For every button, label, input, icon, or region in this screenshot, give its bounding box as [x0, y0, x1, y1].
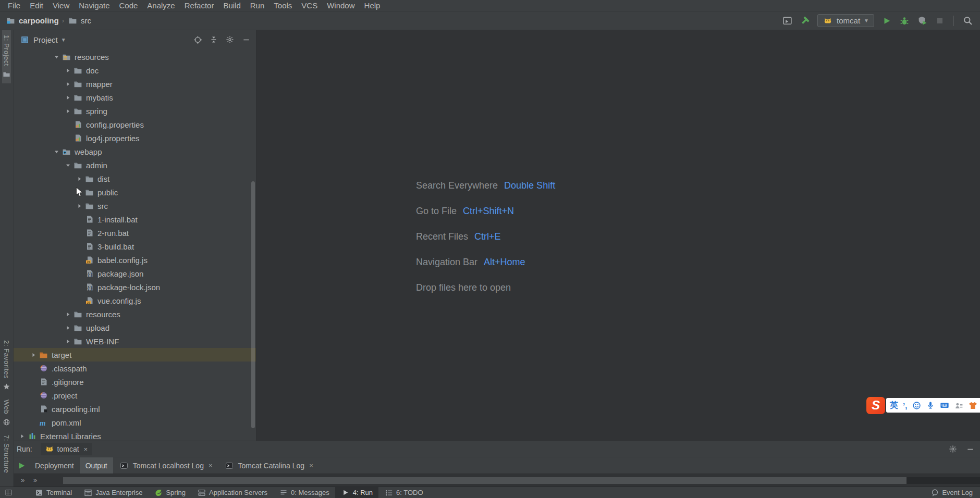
statusbar-button-application-servers[interactable]: Application Servers: [191, 487, 273, 498]
tree-row-admin[interactable]: admin: [14, 158, 256, 172]
menu-item-run[interactable]: Run: [246, 1, 270, 10]
collapse-all-icon[interactable]: [209, 35, 218, 44]
menu-item-help[interactable]: Help: [360, 1, 385, 10]
stripe-button-web[interactable]: Web: [2, 400, 11, 427]
chevron-right-icon[interactable]: [63, 95, 73, 101]
emoji-icon[interactable]: [912, 401, 921, 410]
tree-row-webapp[interactable]: webapp: [14, 145, 256, 158]
tree-row-mybatis[interactable]: mybatis: [14, 91, 256, 104]
breadcrumb-item-carpooling[interactable]: carpooling: [5, 16, 59, 26]
close-icon[interactable]: ×: [209, 462, 213, 469]
menu-item-analyze[interactable]: Analyze: [142, 1, 179, 10]
tree-row-mapper[interactable]: mapper: [14, 77, 256, 91]
run-configuration-combo[interactable]: tomcat▼: [817, 14, 874, 27]
tree-row-external-libraries[interactable]: External Libraries: [14, 429, 256, 441]
stripe-button-7-structure[interactable]: 7: Structure: [2, 435, 11, 473]
horizontal-scrollbar-thumb[interactable]: [63, 477, 906, 484]
run-tab-tomcat-catalina-log[interactable]: Tomcat Catalina Log×: [218, 457, 319, 474]
hide-icon[interactable]: [965, 444, 975, 454]
run-tab-deployment[interactable]: Deployment: [29, 457, 80, 474]
tree-row-upload[interactable]: upload: [14, 321, 256, 334]
chevron-right-icon[interactable]: [28, 352, 39, 358]
statusbar-button-spring[interactable]: Spring: [148, 487, 191, 498]
tree-row-log4j-properties[interactable]: log4j.properties: [14, 131, 256, 145]
chevron-right-icon[interactable]: [17, 433, 27, 439]
tree-row-2-run-bat[interactable]: 2-run.bat: [14, 226, 256, 240]
menu-item-navigate[interactable]: Navigate: [74, 1, 114, 10]
tree-row-resources[interactable]: resources: [14, 307, 256, 321]
locate-icon[interactable]: [193, 35, 202, 44]
menu-item-window[interactable]: Window: [322, 1, 359, 10]
run-icon[interactable]: [881, 16, 892, 26]
stripe-button-2-favorites[interactable]: 2: Favorites: [2, 340, 11, 391]
chevron-down-icon[interactable]: [63, 163, 73, 168]
tree-scrollbar[interactable]: [251, 181, 255, 428]
chevron-right-icon[interactable]: [63, 325, 73, 331]
tree-row--project[interactable]: .project: [14, 389, 256, 402]
settings-icon[interactable]: [948, 444, 958, 454]
tree-row--classpath[interactable]: .classpath: [14, 362, 256, 375]
chevron-right-icon[interactable]: [63, 312, 73, 317]
stripe-button-1-project[interactable]: 1: Project: [2, 30, 11, 83]
tree-row-vue-config-js[interactable]: JSvue.config.js: [14, 294, 256, 307]
menu-item-code[interactable]: Code: [114, 1, 142, 10]
chevron-down-icon[interactable]: [51, 54, 62, 60]
tree-row-public[interactable]: public: [14, 185, 256, 199]
chevron-right-icon[interactable]: [63, 108, 73, 114]
overflow-chevron-icon[interactable]: »: [21, 476, 24, 484]
contacts-icon[interactable]: [954, 401, 963, 410]
tree-row-dist[interactable]: dist: [14, 172, 256, 185]
run-session-tab[interactable]: tomcat ×: [41, 443, 93, 455]
search-everywhere-icon[interactable]: [962, 16, 973, 26]
ime-punctuation-toggle[interactable]: ’,: [903, 401, 907, 410]
tree-row-src[interactable]: src: [14, 199, 256, 213]
run-tab-tomcat-localhost-log[interactable]: Tomcat Localhost Log×: [113, 457, 218, 474]
close-icon[interactable]: ×: [309, 462, 313, 469]
debug-icon[interactable]: [899, 16, 910, 26]
tree-row-config-properties[interactable]: config.properties: [14, 118, 256, 131]
tree-row-3-build-bat[interactable]: 3-build.bat: [14, 240, 256, 253]
hide-icon[interactable]: [241, 35, 251, 44]
tree-row-package-json[interactable]: {·}package.json: [14, 267, 256, 280]
menu-item-file[interactable]: File: [3, 1, 25, 10]
tree-row-spring[interactable]: spring: [14, 104, 256, 118]
tree-row--gitignore[interactable]: .gitignore: [14, 375, 256, 389]
tool-window-switcher-icon[interactable]: [4, 488, 13, 497]
sogou-logo-icon[interactable]: S: [866, 397, 885, 414]
statusbar-button-java-enterprise[interactable]: Java Enterprise: [78, 487, 148, 498]
tree-row-babel-config-js[interactable]: JSbabel.config.js: [14, 253, 256, 267]
tool-window-layout-icon[interactable]: [782, 16, 792, 26]
tree-row-carpooling-iml[interactable]: carpooling.iml: [14, 402, 256, 416]
skin-icon[interactable]: [968, 401, 977, 410]
coverage-icon[interactable]: [917, 16, 927, 26]
tree-row-1-install-bat[interactable]: 1-install.bat: [14, 213, 256, 226]
microphone-icon[interactable]: [926, 401, 935, 410]
breadcrumb-item-src[interactable]: src: [67, 16, 91, 26]
menu-item-view[interactable]: View: [48, 1, 74, 10]
tree-row-resources[interactable]: resources: [14, 50, 256, 64]
menu-item-vcs[interactable]: VCS: [297, 1, 322, 10]
statusbar-button-terminal[interactable]: Terminal: [29, 487, 78, 498]
menu-item-refactor[interactable]: Refactor: [180, 1, 219, 10]
project-view-selector[interactable]: Project: [33, 35, 58, 44]
rerun-icon[interactable]: [14, 461, 29, 470]
tree-row-pom-xml[interactable]: mpom.xml: [14, 416, 256, 429]
tree-row-web-inf[interactable]: WEB-INF: [14, 334, 256, 348]
chevron-right-icon[interactable]: [63, 339, 73, 344]
menu-item-tools[interactable]: Tools: [269, 1, 297, 10]
horizontal-scrollbar[interactable]: [63, 477, 980, 484]
event-log-button[interactable]: Event Log: [930, 488, 973, 497]
keyboard-icon[interactable]: [940, 401, 949, 410]
chevron-right-icon[interactable]: [74, 176, 84, 182]
chevron-right-icon[interactable]: [63, 81, 73, 87]
build-hammer-icon[interactable]: [800, 16, 810, 26]
chevron-right-icon[interactable]: [63, 68, 73, 73]
menu-item-build[interactable]: Build: [218, 1, 245, 10]
settings-icon[interactable]: [225, 35, 235, 44]
tree-row-package-lock-json[interactable]: {·}package-lock.json: [14, 280, 256, 294]
tree-row-doc[interactable]: doc: [14, 64, 256, 77]
tree-row-target[interactable]: target: [14, 348, 256, 362]
overflow-chevron-icon[interactable]: »: [33, 476, 37, 484]
chevron-down-icon[interactable]: [51, 149, 62, 155]
statusbar-button-4-run[interactable]: 4: Run: [335, 487, 378, 498]
